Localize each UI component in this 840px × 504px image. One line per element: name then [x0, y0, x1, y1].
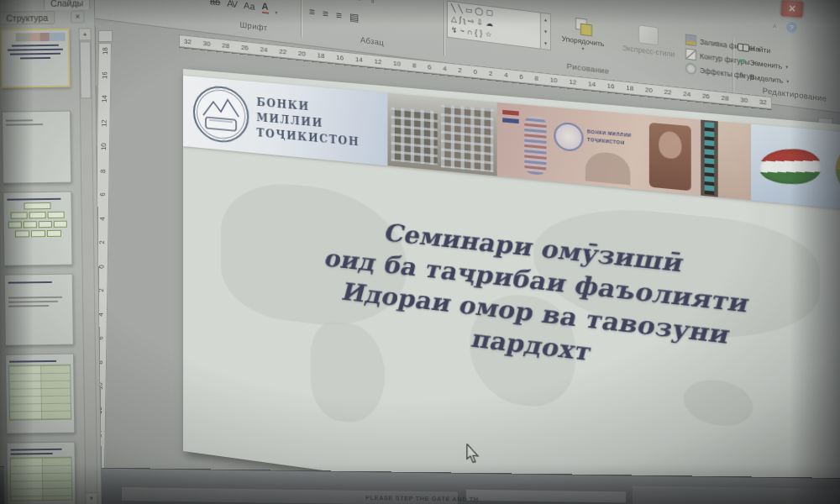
tab-outline[interactable]: Структура	[0, 11, 55, 25]
ruler-number: 4	[504, 71, 507, 79]
group-separator	[732, 39, 734, 92]
shape-tool[interactable]: ~	[460, 27, 467, 36]
replace-icon: ⇄	[738, 55, 747, 66]
shapes-gallery[interactable]: ╲╲▭◯▢△ʃʅ⇨⇩☁↯~∩{}☆▴▾▾	[447, 1, 551, 51]
align-center-icon[interactable]: ≡	[323, 8, 328, 20]
shape-tool[interactable]: ☆	[485, 29, 494, 39]
banknote-portrait	[649, 123, 691, 191]
ruler-number: 2	[489, 70, 492, 77]
shape-tool[interactable]: ▢	[486, 8, 496, 17]
ruler-number: 20	[645, 86, 653, 94]
arrange-button[interactable]: Упорядочить ▾	[554, 14, 612, 55]
ruler-number: 18	[626, 84, 633, 92]
shape-tool[interactable]: △	[451, 14, 459, 24]
thumb-header-image	[5, 33, 66, 42]
banknote-film-strip	[701, 120, 718, 197]
chevron-down-icon[interactable]: ▾	[276, 9, 278, 15]
slides-panel: Слайды Структура ✕ ▲ ▼	[0, 0, 102, 504]
scrollbar-thumb[interactable]	[80, 41, 92, 98]
scroll-up-icon[interactable]: ▲	[80, 29, 91, 40]
group-separator	[444, 2, 445, 55]
ruler-number: 12	[100, 119, 108, 127]
shape-tool[interactable]: ▭	[465, 5, 475, 14]
ruler-number: 16	[607, 82, 615, 91]
ruler-number: 30	[203, 39, 211, 48]
tab-slides[interactable]: Слайды	[44, 0, 90, 10]
chevron-down-icon: ▾	[581, 45, 584, 51]
panel-scrollbar[interactable]: ▲ ▼	[79, 28, 98, 504]
status-segment	[466, 490, 626, 503]
ruler-number: 14	[100, 95, 108, 102]
ruler-number: 20	[298, 50, 306, 58]
shape-tool[interactable]: ◯	[475, 7, 486, 17]
ruler-number: 0	[97, 265, 105, 269]
ruler-number: 24	[683, 90, 690, 98]
gallery-scroll-icon[interactable]: ▾	[541, 37, 550, 50]
gallery-scroll-icon[interactable]: ▴	[541, 13, 550, 26]
ruler-number: 2	[458, 66, 461, 74]
gallery-scroll[interactable]: ▴▾▾	[540, 13, 550, 50]
shape-effects-icon	[685, 62, 696, 75]
scroll-down-icon[interactable]: ▼	[86, 492, 97, 504]
justify-icon[interactable]: ▤	[349, 11, 359, 24]
shape-tool[interactable]: ☁	[486, 18, 496, 29]
font-group-label: Шрифт	[208, 16, 299, 37]
chevron-down-icon: ▾	[785, 64, 788, 70]
ruler-number: 0	[474, 68, 477, 76]
banknote-ornament	[524, 115, 546, 176]
shape-tool[interactable]: ∩	[467, 28, 475, 37]
slide-thumbnail[interactable]	[4, 274, 74, 346]
ruler-number: 22	[279, 48, 286, 56]
character-spacing-icon[interactable]: AV	[227, 0, 237, 10]
ruler-number: 28	[722, 94, 729, 102]
slide-thumbnail[interactable]	[6, 442, 76, 504]
flag-emblem-section	[751, 124, 840, 216]
faint-bottom-text: PLEASE STEP THE GATE AND TH	[365, 494, 479, 503]
ruler-number: 4	[98, 217, 106, 221]
panel-close-icon[interactable]: ✕	[71, 10, 84, 23]
slide-thumbnail[interactable]	[2, 111, 71, 184]
tajikistan-flag	[757, 149, 823, 184]
shape-tool[interactable]: ╲	[458, 4, 465, 13]
slide-thumbnail[interactable]	[3, 192, 72, 266]
ruler-number: 14	[355, 55, 363, 64]
banknote-seal	[554, 121, 583, 152]
text-direction-icon[interactable]: ¶	[370, 0, 374, 4]
font-color-icon[interactable]: A	[262, 0, 269, 14]
quick-styles-button[interactable]: Экспресс-стили	[615, 22, 682, 60]
change-case-icon[interactable]: Aa	[244, 0, 255, 13]
strikethrough-icon[interactable]: ab	[210, 0, 220, 8]
ruler-number: 8	[99, 169, 107, 173]
bank-logo-icon	[193, 84, 249, 144]
banknote-image: БОНКИ МИЛЛИИ ТОҶИКИСТОН	[497, 102, 751, 200]
slide-canvas[interactable]: БОНКИ МИЛЛИИ ТОҶИКИСТОН БОНКИ МИЛЛИИ	[183, 69, 840, 504]
tajikistan-emblem	[836, 140, 840, 203]
ruler-number: 6	[519, 73, 522, 81]
align-left-icon[interactable]: ≡	[309, 6, 315, 18]
banknote-bank-text: БОНКИ МИЛЛИИ ТОҶИКИСТОН	[587, 128, 632, 147]
group-separator	[301, 0, 302, 38]
ruler-number: 10	[393, 60, 401, 68]
quick-styles-icon	[638, 24, 659, 45]
slide-thumbnail[interactable]	[5, 354, 75, 434]
slide-thumbnail[interactable]	[1, 29, 71, 88]
ruler-number: 24	[260, 45, 268, 54]
ruler-number: 2	[98, 240, 106, 244]
select-cursor-icon: ⇖	[738, 70, 747, 80]
ruler-number: 12	[375, 57, 382, 66]
line-spacing-icon[interactable]: ⇅	[354, 0, 361, 3]
ruler-number: 12	[569, 78, 576, 87]
ruler-number: 14	[588, 80, 596, 88]
gallery-scroll-icon[interactable]: ▾	[541, 25, 550, 38]
ruler-number: 26	[241, 44, 249, 52]
thumbnail-list	[1, 29, 81, 504]
window-close-button[interactable]: ✕	[780, 0, 803, 18]
shape-tool[interactable]: ⇨	[468, 17, 477, 26]
shape-fill-icon	[685, 34, 696, 46]
ruler-number: 18	[101, 47, 108, 55]
shape-tool[interactable]: ↯	[451, 25, 460, 34]
ribbon-collapse-icon[interactable]: ˄	[773, 23, 777, 30]
align-right-icon[interactable]: ≡	[336, 9, 342, 22]
shape-tool[interactable]: ⇩	[476, 18, 486, 27]
ruler-number: 10	[550, 76, 558, 84]
